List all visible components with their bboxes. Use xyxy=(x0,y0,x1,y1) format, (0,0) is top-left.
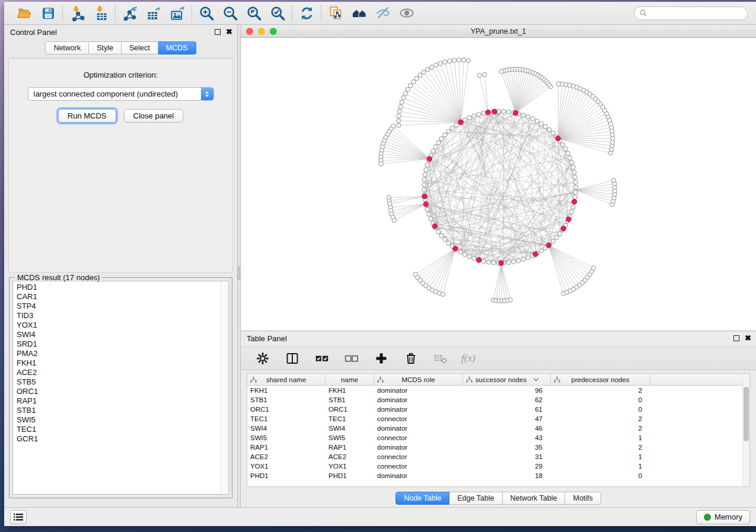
zoom-out-icon[interactable] xyxy=(221,4,239,22)
mcds-result-list[interactable]: PHD1CAR1STP4TID3YOX1SWI4SRD1PMA2FKH1ACE2… xyxy=(12,281,229,495)
import-table-icon[interactable] xyxy=(92,4,110,22)
hide-details-icon[interactable] xyxy=(374,4,392,22)
result-list-item[interactable]: STB5 xyxy=(17,377,221,387)
cell-successor-nodes: 61 xyxy=(463,406,551,413)
result-list-scrollbar[interactable] xyxy=(221,281,228,494)
tab-network[interactable]: Network xyxy=(45,41,89,55)
result-list-item[interactable]: GCR1 xyxy=(17,434,221,444)
table-scrollbar[interactable] xyxy=(742,374,749,486)
cell-name: PHD1 xyxy=(326,472,374,479)
cell-predecessor-nodes: 0 xyxy=(551,472,650,479)
table-row[interactable]: YOX1YOX1connector291 xyxy=(247,462,749,471)
cell-MCDS-role: connector xyxy=(374,434,463,441)
zoom-in-icon[interactable] xyxy=(197,4,215,22)
search-icon xyxy=(639,9,647,17)
deselect-all-columns-icon[interactable] xyxy=(343,350,361,367)
cell-predecessor-nodes: 1 xyxy=(551,463,650,470)
houses-icon[interactable] xyxy=(350,4,368,22)
table-row[interactable]: ACE2ACE2connector311 xyxy=(247,452,749,462)
cell-shared-name: ACE2 xyxy=(247,453,326,460)
import-network-icon[interactable] xyxy=(68,4,86,22)
zoom-fit-icon[interactable] xyxy=(245,4,263,22)
memory-label: Memory xyxy=(714,512,742,521)
column-header-successor-nodes[interactable]: successor nodes xyxy=(463,374,551,385)
result-list-item[interactable]: SWI5 xyxy=(17,415,221,425)
table-settings-gear-icon[interactable] xyxy=(254,350,272,367)
zoom-selected-icon[interactable] xyxy=(269,4,286,22)
column-header-MCDS-role[interactable]: MCDS role xyxy=(374,374,463,385)
split-columns-icon[interactable] xyxy=(283,350,301,367)
result-list-item[interactable]: RAP1 xyxy=(17,396,221,406)
select-all-columns-icon[interactable] xyxy=(313,350,331,367)
table-row[interactable]: PHD1PHD1dominator180 xyxy=(247,471,749,480)
show-panels-button[interactable] xyxy=(10,510,27,524)
network-from-file-icon[interactable] xyxy=(327,4,344,22)
mcds-result-title: MCDS result (17 nodes) xyxy=(15,273,102,282)
column-header-shared-name[interactable]: shared name xyxy=(247,374,326,385)
cell-predecessor-nodes: 0 xyxy=(551,406,650,413)
table-scrollbar-thumb[interactable] xyxy=(744,387,749,441)
export-table-icon[interactable] xyxy=(145,4,162,22)
search-field[interactable] xyxy=(634,7,748,20)
table-tabs: Node TableEdge TableNetwork TableMotifs xyxy=(241,489,756,507)
tab-network-table[interactable]: Network Table xyxy=(503,492,566,505)
add-column-icon[interactable] xyxy=(372,350,390,367)
show-details-icon[interactable] xyxy=(398,4,416,22)
cell-successor-nodes: 31 xyxy=(463,453,551,460)
export-image-icon[interactable] xyxy=(168,4,186,22)
save-icon[interactable] xyxy=(39,4,57,22)
memory-button[interactable]: Memory xyxy=(696,510,750,524)
column-header-name[interactable]: name xyxy=(326,374,374,385)
network-canvas[interactable] xyxy=(241,38,756,331)
network-graph[interactable] xyxy=(241,38,756,331)
cell-successor-nodes: 18 xyxy=(463,472,551,479)
result-list-item[interactable]: TID3 xyxy=(17,311,221,321)
result-list-item[interactable]: TEC1 xyxy=(17,425,221,434)
result-list-item[interactable]: PHD1 xyxy=(17,283,221,292)
search-input[interactable] xyxy=(647,9,742,17)
open-folder-icon[interactable] xyxy=(15,4,33,22)
export-network-icon[interactable] xyxy=(121,4,139,22)
tab-style[interactable]: Style xyxy=(89,41,122,55)
result-list-item[interactable]: PMA2 xyxy=(17,349,221,358)
close-panel-icon[interactable]: ✖ xyxy=(226,29,232,35)
delete-column-icon[interactable] xyxy=(402,350,420,367)
criterion-dropdown[interactable]: largest connected component (undirected) xyxy=(28,87,214,101)
table-row[interactable]: STB1STB1dominator620 xyxy=(247,395,749,405)
cell-predecessor-nodes: 2 xyxy=(551,425,650,432)
close-table-panel-icon[interactable]: ✖ xyxy=(745,335,751,341)
table-row[interactable]: SWI5SWI5connector431 xyxy=(247,433,749,443)
table-row[interactable]: TEC1TEC1connector472 xyxy=(247,414,749,424)
result-list-item[interactable]: STB1 xyxy=(17,406,221,415)
float-panel-button[interactable] xyxy=(215,29,221,35)
table-row[interactable]: FKH1FKH1dominator962 xyxy=(247,386,749,395)
vertical-splitter[interactable] xyxy=(237,25,241,507)
table-row[interactable]: SWI4SWI4dominator462 xyxy=(247,424,749,433)
result-list-item[interactable]: STP4 xyxy=(17,302,221,311)
tab-edge-table[interactable]: Edge Table xyxy=(449,492,502,505)
node-table[interactable]: shared namenameMCDS rolesuccessor nodesp… xyxy=(247,373,750,487)
result-list-item[interactable]: ACE2 xyxy=(17,368,221,377)
table-row[interactable]: ORC1ORC1dominator610 xyxy=(247,405,749,414)
tab-node-table[interactable]: Node Table xyxy=(395,492,449,505)
tab-motifs[interactable]: Motifs xyxy=(565,492,601,505)
result-list-item[interactable]: FKH1 xyxy=(17,358,221,368)
splitter-grip[interactable] xyxy=(238,267,240,280)
network-window-titlebar[interactable]: YPA_prune.txt_1 xyxy=(241,25,756,38)
run-mcds-button[interactable]: Run MCDS xyxy=(58,109,116,123)
tab-mcds[interactable]: MCDS xyxy=(158,41,196,55)
column-header-predecessor-nodes[interactable]: predecessor nodes xyxy=(551,374,650,385)
table-row[interactable]: RAP1RAP1dominator352 xyxy=(247,443,749,452)
result-list-item[interactable]: SWI4 xyxy=(17,330,221,339)
result-list-item[interactable]: CAR1 xyxy=(17,292,221,302)
mcds-panel: Optimization criterion: largest connecte… xyxy=(8,58,233,273)
result-list-item[interactable]: ORC1 xyxy=(17,387,221,396)
close-panel-button[interactable]: Close panel xyxy=(124,109,184,123)
cell-shared-name: SWI4 xyxy=(247,425,326,432)
refresh-icon[interactable] xyxy=(298,4,315,22)
cell-shared-name: SWI5 xyxy=(247,434,326,441)
result-list-item[interactable]: SRD1 xyxy=(17,339,221,349)
tab-select[interactable]: Select xyxy=(122,41,158,55)
float-table-panel-button[interactable] xyxy=(733,335,739,341)
result-list-item[interactable]: YOX1 xyxy=(17,321,221,330)
